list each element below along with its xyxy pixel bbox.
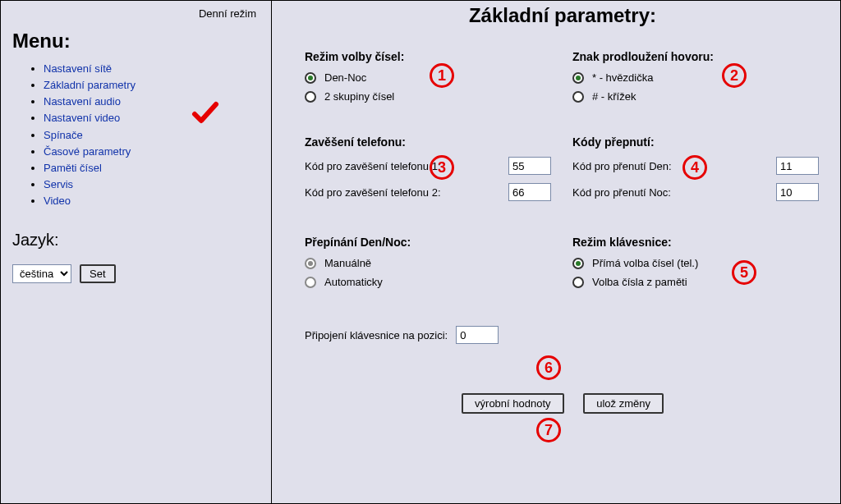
sidebar-item-network[interactable]: Nastavení sítě [44, 62, 112, 75]
dial-mode-title: Režim volby čísel: [305, 50, 553, 63]
factory-defaults-button[interactable]: výrobní hodnoty [462, 393, 564, 414]
hangup1-label: Kód pro zavěšení telefonu 1: [305, 160, 441, 172]
switch-day-input[interactable] [776, 157, 819, 175]
switchcodes-title: Kódy přepnutí: [572, 135, 820, 149]
switch-night-label: Kód pro přenutí Noc: [572, 186, 671, 199]
set-language-button[interactable]: Set [80, 264, 116, 283]
checkmark-icon [191, 101, 219, 126]
radio-label: Manuálně [324, 257, 371, 269]
sidebar-item-memories[interactable]: Paměti čísel [44, 162, 102, 174]
sidebar-item-basic[interactable]: Základní parametry [44, 79, 136, 91]
switch-night-input[interactable] [776, 183, 819, 201]
radio-keymode-memory[interactable] [572, 277, 584, 288]
keymode-title: Režim klávesnice: [572, 236, 820, 249]
radio-dial-daynight[interactable] [305, 72, 316, 84]
radio-dial-two-groups[interactable] [305, 91, 316, 103]
radio-label: Automaticky [324, 276, 383, 288]
hangup2-input[interactable] [508, 183, 551, 201]
mode-status: Denní režim [12, 7, 256, 20]
sidebar-item-service[interactable]: Servis [44, 178, 73, 190]
main-content: Základní parametry: Režim volby čísel: D… [272, 1, 840, 503]
group-switch-codes: Kódy přepnutí: Kód pro přenutí Den: Kód … [572, 135, 820, 209]
menu-heading: Menu: [12, 30, 256, 53]
group-daynight-switch: Přepínání Den/Noc: Manuálně Automaticky [305, 236, 553, 295]
group-keyboard-mode: Režim klávesnice: Přímá volba čísel (tel… [572, 236, 820, 295]
sidebar-item-video[interactable]: Video [44, 195, 71, 207]
keyboard-pos-input[interactable] [456, 326, 499, 344]
keyboard-pos-label: Připojení klávesnice na pozici: [305, 329, 448, 341]
hangup2-label: Kód pro zavěšení telefonu 2: [305, 186, 441, 199]
radio-label: * - hvězdička [592, 71, 653, 84]
radio-daynight-manual[interactable] [305, 258, 316, 269]
annotation-7-icon: 7 [536, 418, 561, 442]
sidebar-item-time[interactable]: Časové parametry [44, 145, 131, 158]
radio-label: Den-Noc [324, 71, 366, 84]
sidebar-item-video-cfg[interactable]: Nastavení video [44, 112, 120, 124]
radio-prolong-star[interactable] [572, 72, 584, 84]
radio-label: Volba čísla z paměti [592, 276, 687, 288]
hangup1-input[interactable] [508, 157, 551, 175]
sidebar-item-switches[interactable]: Spínače [44, 129, 83, 141]
radio-label: # - křížek [592, 90, 636, 103]
switch-day-label: Kód pro přenutí Den: [572, 160, 672, 172]
radio-daynight-auto[interactable] [305, 277, 316, 288]
radio-keymode-direct[interactable] [572, 258, 584, 269]
annotation-6-icon: 6 [536, 355, 561, 380]
daynight-title: Přepínání Den/Noc: [305, 236, 553, 249]
radio-prolong-hash[interactable] [572, 91, 584, 103]
group-dial-mode: Režim volby čísel: Den-Noc 2 skupiny čís… [305, 50, 553, 109]
radio-label: Přímá volba čísel (tel.) [592, 257, 698, 269]
app-window: Denní režim Menu: Nastavení sítě Základn… [0, 0, 841, 504]
group-hangup: Zavěšení telefonu: Kód pro zavěšení tele… [305, 135, 553, 209]
prolong-title: Znak prodloužení hovoru: [572, 50, 820, 63]
page-title: Základní parametry: [305, 4, 820, 27]
save-changes-button[interactable]: ulož změny [583, 393, 664, 414]
sidebar-item-audio[interactable]: Nastavení audio [44, 95, 121, 108]
language-select[interactable]: čeština [12, 264, 71, 283]
group-prolong-char: Znak prodloužení hovoru: * - hvězdička #… [572, 50, 820, 109]
hangup-title: Zavěšení telefonu: [305, 135, 553, 149]
sidebar: Denní režim Menu: Nastavení sítě Základn… [1, 1, 272, 503]
radio-label: 2 skupiny čísel [324, 90, 394, 103]
menu-list: Nastavení sítě Základní parametry Nastav… [29, 61, 256, 209]
language-heading: Jazyk: [12, 231, 256, 250]
